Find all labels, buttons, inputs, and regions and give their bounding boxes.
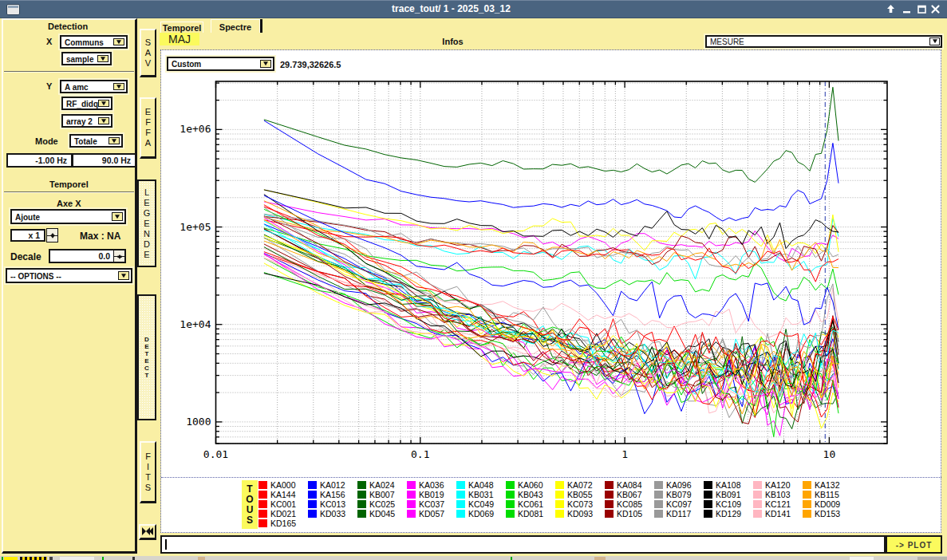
legend-swatch[interactable] [506, 481, 515, 489]
legend-swatch[interactable] [555, 481, 564, 489]
legend-label: KC061 [518, 499, 543, 509]
plot-button[interactable]: -> PLOT [886, 535, 942, 554]
legend-swatch[interactable] [753, 500, 762, 508]
legend-swatch[interactable] [456, 500, 465, 508]
legend-swatch[interactable] [456, 481, 465, 489]
series-KD033 [264, 195, 838, 329]
legend-label: KA132 [815, 480, 840, 490]
legend-swatch[interactable] [753, 491, 762, 499]
legend-swatch[interactable] [308, 491, 317, 499]
legend-swatch[interactable] [654, 491, 663, 499]
legend-label: KD069 [468, 509, 494, 519]
legend-label: KC097 [666, 499, 692, 509]
legend-swatch[interactable] [654, 500, 663, 508]
sliver-fragment [850, 557, 874, 560]
legend-swatch[interactable] [258, 481, 267, 489]
legend-label: KD033 [320, 509, 345, 519]
legend-swatch[interactable] [407, 481, 416, 489]
legend-swatch[interactable] [456, 491, 465, 499]
sliver-fragment [49, 557, 53, 560]
legend-label: KB031 [468, 490, 494, 499]
application-window: trace_tout/ 1 - 2025_03_12 Detection X C… [0, 0, 947, 560]
legend-label: KA048 [468, 480, 494, 490]
legend-swatch[interactable] [357, 500, 366, 508]
legend-swatch[interactable] [506, 510, 515, 518]
legend-label: KD081 [518, 509, 543, 519]
legend-label: KA096 [666, 480, 692, 490]
sliver-fragment [132, 557, 135, 560]
legend-label: KD009 [815, 499, 840, 509]
legend-swatch[interactable] [605, 510, 614, 518]
sliver-fragment [511, 557, 512, 560]
legend-swatch[interactable] [407, 500, 416, 508]
spectrum-chart[interactable]: 0.010.111010001e+041e+051e+06 [0, 0, 947, 560]
series-KA096 [264, 214, 838, 266]
legend-swatch[interactable] [258, 491, 267, 499]
legend-label: KB055 [567, 490, 593, 499]
legend-label: KD153 [815, 509, 840, 519]
legend-swatch[interactable] [803, 491, 811, 499]
legend-swatch[interactable] [605, 500, 614, 508]
legend-label: KB067 [617, 490, 642, 499]
legend-swatch[interactable] [407, 510, 416, 518]
legend-swatch[interactable] [308, 510, 317, 518]
legend-swatch[interactable] [803, 510, 811, 518]
y-tick-label: 1e+04 [180, 318, 211, 330]
legend-label: KD021 [270, 509, 296, 519]
x-tick-label: 1 [621, 448, 628, 460]
series-KA012 [264, 120, 838, 221]
legend-swatch[interactable] [456, 510, 465, 518]
legend-swatch[interactable] [704, 481, 712, 489]
legend-swatch[interactable] [506, 491, 515, 499]
legend-swatch[interactable] [803, 481, 811, 489]
text-caret [165, 539, 167, 550]
legend-swatch[interactable] [753, 481, 762, 489]
sliver-fragment [594, 557, 606, 560]
legend-label: KA036 [419, 480, 444, 490]
legend-swatch[interactable] [555, 500, 564, 508]
legend-swatch[interactable] [753, 510, 762, 518]
legend-swatch[interactable] [357, 491, 366, 499]
legend-tous-button[interactable]: TOUS [242, 480, 258, 529]
legend-label: KA144 [270, 490, 296, 499]
legend-swatch[interactable] [704, 491, 712, 499]
legend-swatch[interactable] [704, 510, 712, 518]
legend-label: KD045 [369, 509, 395, 519]
legend-swatch[interactable] [357, 510, 366, 518]
legend-label: KC013 [320, 499, 345, 509]
legend-swatch[interactable] [704, 500, 712, 508]
legend-label: KC109 [716, 499, 741, 509]
x-tick-label: 0.01 [203, 448, 228, 460]
y-tick-label: 1000 [186, 416, 211, 428]
legend-swatch[interactable] [654, 481, 663, 489]
legend-label: KA084 [617, 480, 642, 490]
sliver-fragment [198, 557, 205, 560]
legend-label: KA108 [716, 480, 741, 490]
legend-swatch[interactable] [605, 491, 614, 499]
legend-swatch[interactable] [308, 500, 317, 508]
legend-swatch[interactable] [308, 481, 317, 489]
legend-swatch[interactable] [407, 491, 416, 499]
legend-label: KD117 [666, 509, 691, 519]
legend-label: KA060 [518, 480, 543, 490]
legend-swatch[interactable] [258, 500, 267, 508]
legend-swatch[interactable] [506, 500, 515, 508]
sliver-fragment [2, 557, 3, 560]
command-input[interactable] [160, 535, 886, 554]
legend-label: KB043 [518, 490, 543, 499]
legend-label: KC049 [468, 499, 494, 509]
legend-swatch[interactable] [357, 481, 366, 489]
legend-label: KC025 [369, 499, 395, 509]
legend-swatch[interactable] [654, 510, 663, 518]
legend-swatch[interactable] [605, 481, 614, 489]
legend-swatch[interactable] [803, 500, 811, 508]
legend-swatch[interactable] [258, 519, 267, 527]
sliver-fragment [4, 557, 18, 560]
legend-swatch[interactable] [555, 491, 564, 499]
legend-swatch[interactable] [258, 510, 267, 518]
legend-label: KC085 [617, 499, 642, 509]
sliver-fragment [20, 557, 47, 560]
legend-label: KB019 [419, 490, 444, 499]
legend-swatch[interactable] [555, 510, 564, 518]
legend-label: KB115 [815, 490, 839, 499]
